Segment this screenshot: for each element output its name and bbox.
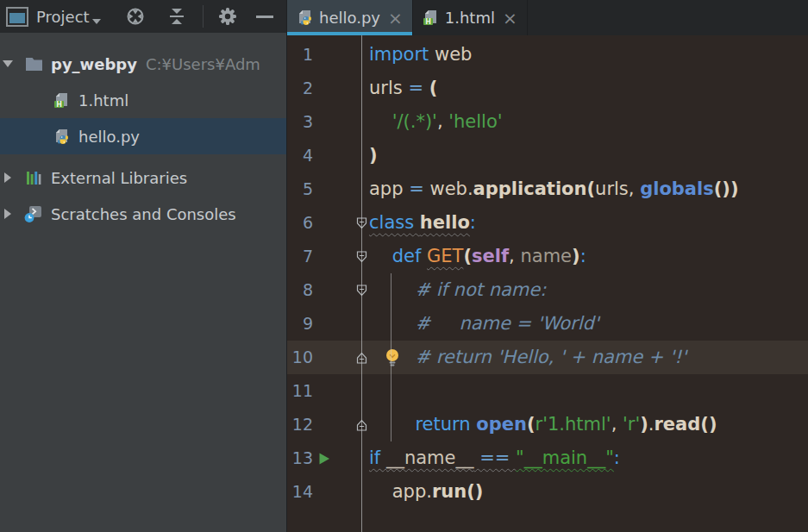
line-number[interactable]: 9 bbox=[287, 307, 313, 341]
fold-region-end-icon[interactable] bbox=[355, 418, 368, 431]
code-line-4[interactable]: 4) bbox=[287, 139, 808, 172]
code-text: app = web.application(urls, globals()) bbox=[369, 172, 739, 206]
code-text: # if not name: bbox=[369, 273, 546, 307]
line-number[interactable]: 13 bbox=[287, 441, 313, 475]
collapse-all-icon[interactable] bbox=[166, 6, 187, 27]
code-line-1[interactable]: 1import web bbox=[287, 38, 808, 72]
hide-panel-icon[interactable] bbox=[255, 6, 274, 27]
project-view-selector[interactable]: Project bbox=[36, 8, 101, 26]
code-text: class hello: bbox=[369, 206, 476, 240]
code-line-10[interactable]: 10 # return 'Hello, ' + name + '!' bbox=[287, 341, 808, 374]
close-tab-icon[interactable]: × bbox=[388, 9, 403, 27]
tab-hello-py[interactable]: hello.py× bbox=[287, 0, 413, 35]
fold-region-start-icon[interactable] bbox=[355, 250, 368, 263]
folder-icon bbox=[24, 56, 43, 72]
python-file-icon bbox=[297, 9, 313, 26]
external-libraries-icon bbox=[24, 169, 43, 187]
expand-arrow-icon[interactable] bbox=[1, 60, 15, 67]
html-file-icon: H bbox=[52, 92, 71, 109]
code-text: if __name__ == "__main__": bbox=[369, 441, 620, 475]
tab-label: hello.py bbox=[319, 9, 380, 27]
code-text: # return 'Hello, ' + name + '!' bbox=[369, 341, 686, 374]
code-line-2[interactable]: 2urls = ( bbox=[287, 72, 808, 105]
tree-item-label: py_webpy bbox=[51, 55, 137, 73]
code-line-3[interactable]: 3 '/(.*)', 'hello' bbox=[287, 105, 808, 139]
tree-item-hello-py[interactable]: hello.py bbox=[0, 118, 286, 154]
tree-item-external-libraries[interactable]: External Libraries bbox=[0, 160, 286, 196]
project-toolbar: Project bbox=[0, 0, 286, 33]
collapse-arrow-icon[interactable] bbox=[1, 172, 15, 183]
code-line-7[interactable]: 7 def GET(self, name): bbox=[287, 240, 808, 273]
line-number[interactable]: 5 bbox=[287, 172, 313, 206]
tab-label: 1.html bbox=[445, 9, 495, 27]
close-tab-icon[interactable]: × bbox=[503, 9, 517, 27]
code-line-11[interactable]: 11 bbox=[287, 374, 808, 408]
code-line-13[interactable]: 13if __name__ == "__main__": bbox=[287, 441, 808, 475]
tree-item-label: Scratches and Consoles bbox=[51, 205, 236, 223]
line-number[interactable]: 11 bbox=[287, 374, 313, 408]
code-line-5[interactable]: 5app = web.application(urls, globals()) bbox=[287, 172, 808, 206]
settings-gear-icon[interactable] bbox=[217, 6, 238, 27]
svg-text:H: H bbox=[56, 100, 62, 108]
code-line-9[interactable]: 9 # name = 'World' bbox=[287, 307, 808, 341]
editor-tabs: hello.py×H1.html× bbox=[287, 0, 808, 35]
intention-bulb-icon[interactable] bbox=[385, 348, 400, 367]
line-number[interactable]: 6 bbox=[287, 206, 313, 240]
project-tree: py_webpyC:¥Users¥AdmH1.htmlhello.pyExter… bbox=[0, 33, 286, 232]
scratches-icon bbox=[24, 205, 43, 223]
line-number[interactable]: 2 bbox=[287, 72, 313, 105]
code-text: ) bbox=[369, 139, 378, 172]
svg-text:H: H bbox=[425, 18, 431, 26]
code-line-12[interactable]: 12 return open(r'1.html', 'r').read() bbox=[287, 408, 808, 441]
locate-icon[interactable] bbox=[125, 6, 146, 27]
toolbar-divider bbox=[203, 5, 204, 28]
tab-1-html[interactable]: H1.html× bbox=[413, 0, 528, 35]
line-number[interactable]: 8 bbox=[287, 273, 313, 307]
chevron-down-icon bbox=[92, 19, 101, 24]
collapse-arrow-icon[interactable] bbox=[1, 209, 15, 219]
tool-window-icon[interactable] bbox=[6, 7, 28, 27]
code-text: return open(r'1.html', 'r').read() bbox=[369, 408, 717, 441]
line-number[interactable]: 4 bbox=[287, 139, 313, 172]
fold-region-start-icon[interactable] bbox=[355, 216, 368, 229]
code-line-6[interactable]: 6class hello: bbox=[287, 206, 808, 240]
project-tool-window: Project py_webpyC:¥Users¥AdmH1.htmlhello… bbox=[0, 0, 287, 532]
tree-item-scratches-and-consoles[interactable]: Scratches and Consoles bbox=[0, 196, 286, 232]
code-line-14[interactable]: 14 app.run() bbox=[287, 475, 808, 509]
code-editor[interactable]: 1import web2urls = (3 '/(.*)', 'hello'4)… bbox=[287, 35, 808, 532]
code-text: urls = ( bbox=[369, 72, 437, 105]
html-file-icon: H bbox=[423, 9, 439, 26]
code-text: import web bbox=[369, 38, 472, 72]
tree-item-py-webpy[interactable]: py_webpyC:¥Users¥Adm bbox=[0, 46, 286, 82]
line-number[interactable]: 3 bbox=[287, 105, 313, 139]
tree-item-label: 1.html bbox=[78, 91, 128, 110]
project-title: Project bbox=[36, 8, 90, 26]
tree-item-label: External Libraries bbox=[51, 169, 187, 187]
pycharm-window: Project py_webpyC:¥Users¥AdmH1.htmlhello… bbox=[0, 0, 808, 532]
fold-region-end-icon[interactable] bbox=[355, 351, 368, 364]
run-icon[interactable] bbox=[318, 452, 330, 465]
code-text: '/(.*)', 'hello' bbox=[369, 105, 503, 139]
line-number[interactable]: 10 bbox=[287, 341, 313, 374]
code-text: # name = 'World' bbox=[369, 307, 599, 341]
fold-region-start-icon[interactable] bbox=[355, 284, 368, 297]
line-number[interactable]: 1 bbox=[287, 38, 313, 72]
line-number[interactable]: 14 bbox=[287, 475, 313, 509]
tree-item-1-html[interactable]: H1.html bbox=[0, 82, 286, 118]
tree-item-path: C:¥Users¥Adm bbox=[146, 55, 260, 73]
code-text: app.run() bbox=[369, 475, 483, 509]
line-number[interactable]: 7 bbox=[287, 240, 313, 273]
tree-item-label: hello.py bbox=[78, 128, 140, 146]
code-line-8[interactable]: 8 # if not name: bbox=[287, 273, 808, 307]
code-lines: 1import web2urls = (3 '/(.*)', 'hello'4)… bbox=[287, 35, 808, 509]
python-file-icon bbox=[52, 128, 71, 145]
line-number[interactable]: 12 bbox=[287, 408, 313, 441]
code-text: def GET(self, name): bbox=[369, 240, 586, 273]
